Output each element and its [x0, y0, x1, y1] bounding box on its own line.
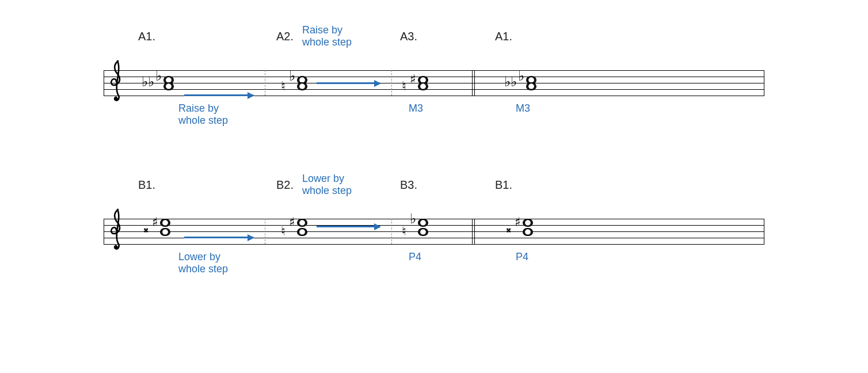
staff-b: 𝄪 ♯ Lower by whole step ♮ ♯ ♮ ♭ P4 𝄪 ♯ [104, 205, 764, 268]
step-label-b1: B1. [138, 178, 155, 192]
barline-dashed [391, 70, 393, 96]
interval-label-b3: P4 [409, 251, 421, 263]
interval-label-b1r: P4 [516, 251, 528, 263]
arrow-icon [184, 94, 253, 96]
staff-lines-b [104, 219, 764, 244]
whole-note-icon [160, 228, 170, 236]
interval-label-a1r: M3 [516, 102, 530, 115]
step-label-a1: A1. [138, 30, 155, 43]
instruction-a-top: Raise by whole step [302, 24, 352, 48]
svg-point-1 [115, 246, 118, 249]
barline-double [472, 70, 473, 96]
arrow-icon [317, 226, 380, 227]
example-a: A1. A2. Raise by whole step A3. A1. ♭♭ ♭ [104, 17, 764, 120]
interval-label-a3: M3 [409, 102, 423, 115]
whole-note-icon [163, 82, 174, 90]
labels-row-a: A1. A2. Raise by whole step A3. A1. [104, 17, 764, 52]
whole-note-icon [160, 219, 170, 227]
whole-note-icon [297, 82, 307, 90]
whole-note-icon [297, 228, 307, 236]
barline-end [764, 70, 764, 96]
barline [104, 70, 104, 96]
treble-clef-icon [108, 208, 128, 256]
whole-note-icon [418, 219, 428, 227]
step-label-a2: A2. [276, 30, 294, 43]
arrow-icon [317, 82, 380, 84]
arrow-icon [184, 237, 253, 238]
instruction-b-top: Lower by whole step [302, 173, 352, 196]
step-label-a3: A3. [400, 30, 417, 43]
labels-row-b: B1. B2. Lower by whole step B3. B1. [104, 166, 764, 200]
barline-dashed [265, 70, 266, 96]
barline-dashed [391, 219, 393, 244]
whole-note-icon [297, 219, 307, 227]
whole-note-icon [418, 228, 428, 236]
step-label-a1b: A1. [495, 30, 512, 43]
barline-dashed [265, 219, 266, 244]
step-label-b3: B3. [400, 178, 417, 192]
barline-end [764, 219, 764, 244]
whole-note-icon [523, 219, 533, 227]
example-b: B1. B2. Lower by whole step B3. B1. 𝄪 ♯ [104, 166, 764, 268]
whole-note-icon [523, 228, 533, 236]
whole-note-icon [526, 82, 536, 90]
instruction-a-bottom: Raise by whole step [178, 102, 228, 126]
step-label-b1b: B1. [495, 178, 512, 192]
treble-clef-icon [108, 60, 128, 107]
staff-lines-a [104, 70, 764, 96]
barline [104, 219, 104, 244]
whole-note-icon [418, 82, 428, 90]
barline-double [472, 219, 473, 244]
instruction-b-bottom: Lower by whole step [178, 251, 228, 275]
svg-point-0 [115, 97, 118, 101]
staff-a: ♭♭ ♭ Raise by whole step ♮ ♭ ♮ ♯ M3 ♭ [104, 56, 764, 120]
step-label-b2: B2. [276, 178, 294, 192]
